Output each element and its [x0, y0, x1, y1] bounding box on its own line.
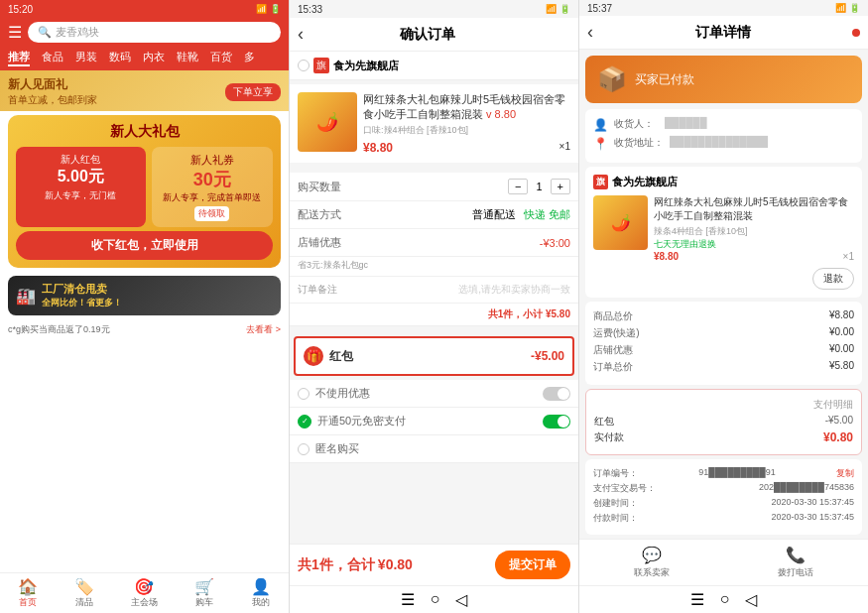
mid-nav-bar: ☰ ○ ◁ [290, 585, 578, 613]
right-item-qty: ×1 [843, 251, 854, 262]
banner-sub: 首单立减，包邮到家 [8, 93, 97, 107]
right-nav-home[interactable]: ☰ [690, 590, 704, 609]
call-button[interactable]: 📞 拨打电话 [778, 546, 813, 579]
mid-nav-back[interactable]: ○ [431, 590, 440, 609]
coins-toggle[interactable] [543, 415, 570, 429]
qty-label: 购买数量 [298, 180, 341, 194]
qty-plus[interactable]: + [551, 179, 570, 194]
refund-button-wrap: 退款 [593, 268, 854, 290]
nav-item-men[interactable]: 男装 [75, 50, 97, 66]
right-coupon-label: 红包 [594, 415, 614, 429]
menu-icon[interactable]: ☰ [8, 23, 22, 42]
bottom-item-cart[interactable]: 🛒 购车 [194, 577, 214, 609]
no-discount-label: 不使用优惠 [315, 386, 370, 401]
create-time-val: 2020-03-30 15:37:45 [771, 497, 854, 510]
pay-time-val: 2020-03-30 15:37:45 [771, 512, 854, 525]
actual-label: 实付款 [594, 430, 624, 444]
delivery-row: 配送方式 普通配送 快递 免邮 [290, 201, 578, 229]
mid-back-button[interactable]: ‹ [298, 24, 304, 45]
left-search-bar: ☰ 🔍 麦香鸡块 [0, 18, 289, 47]
gift-title: 新人大礼包 [16, 123, 273, 141]
goto-link[interactable]: 去看看 > [246, 323, 281, 336]
price-row-4: 订单总价 ¥5.80 [593, 360, 854, 374]
profile-icon: 👤 [251, 577, 271, 596]
bottom-item-home[interactable]: 🏠 首页 [18, 577, 38, 609]
gift-row: 新人红包 5.00元 新人专享，无门槛 新人礼券 30元 新人专享，完成首单即送… [16, 147, 273, 227]
mid-nav-home[interactable]: ☰ [401, 590, 415, 609]
item-tags: 口味:辣4种组合 [香辣10包] [363, 124, 570, 137]
right-bottom-bar: 💬 联系卖家 📞 拨打电话 [579, 539, 868, 585]
actual-val: ¥0.80 [823, 430, 853, 444]
item-name: 网红辣条大礼包麻辣儿时5毛钱校园宿舍零食小吃手工自制整箱混装 [363, 93, 565, 120]
nav-item-more[interactable]: 多 [244, 50, 255, 66]
nav-item-digital[interactable]: 数码 [109, 50, 131, 66]
item-thumbnail: 🌶️ [298, 92, 357, 152]
right-panel: 15:37 📶🔋 ‹ 订单详情 📦 买家已付款 👤 收货人： ██████ 📍 … [579, 0, 868, 613]
bottom-item-profile[interactable]: 👤 我的 [251, 577, 271, 609]
left-status-icons: 📶 🔋 [256, 4, 281, 14]
bottom-item-deals[interactable]: 🏷️ 清品 [74, 577, 94, 609]
person-icon: 👤 [593, 118, 608, 132]
shop-tag-icon: 旗 [313, 58, 329, 73]
mid-shop-header: 旗 食为先旗舰店 [290, 52, 578, 80]
trade-no-val: 202████████745836 [759, 482, 854, 495]
submit-order-button[interactable]: 提交订单 [495, 551, 570, 579]
coupon-section[interactable]: 🎁 红包 -¥5.00 [294, 336, 574, 376]
item-price: ¥8.80 [363, 141, 393, 155]
note-placeholder[interactable]: 选填,请先和卖家协商一致 [458, 283, 570, 297]
no-discount-toggle[interactable] [543, 387, 570, 401]
search-text: 麦香鸡块 [56, 25, 99, 40]
receiver-label: 收货人： [614, 117, 659, 131]
left-bottom-bar: 🏠 首页 🏷️ 清品 🎯 主会场 🛒 购车 👤 我的 [0, 572, 289, 613]
nav-item-food[interactable]: 食品 [42, 50, 63, 66]
right-nav-bar: ☰ ○ ◁ [579, 585, 868, 613]
right-nav-recent[interactable]: ◁ [745, 590, 757, 609]
right-status-bar: 15:37 📶🔋 [579, 0, 868, 16]
anon-row: 匿名购买 [290, 435, 578, 463]
contact-seller-button[interactable]: 💬 联系卖家 [634, 546, 670, 579]
price-val-4: ¥5.80 [829, 360, 854, 374]
right-back-button[interactable]: ‹ [587, 22, 593, 43]
search-box[interactable]: 🔍 麦香鸡块 [28, 22, 281, 43]
coupon-amount: 5.00元 [58, 167, 104, 187]
voucher-amount: 30元 [193, 168, 231, 191]
nav-item-underwear[interactable]: 内衣 [143, 50, 165, 66]
order-no-label: 订单编号： [593, 467, 638, 480]
receiver-row: 👤 收货人： ██████ [593, 117, 854, 132]
coins-text: c*g购买当商品返了0.19元 [8, 323, 110, 336]
delivery-label: 配送方式 [298, 207, 341, 222]
qty-row: 购买数量 − 1 + [290, 173, 578, 201]
coins-checkbox[interactable] [298, 415, 311, 429]
price-val-2: ¥0.00 [829, 326, 854, 340]
nav-item-dept[interactable]: 百货 [210, 50, 232, 66]
gift-card-voucher[interactable]: 新人礼券 30元 新人专享，完成首单即送 待领取 [152, 147, 274, 227]
promo-icon: 🏭 [16, 287, 36, 306]
right-shop-section: 旗 食为先旗舰店 🌶️ 网红辣条大礼包麻辣儿时5毛钱校园宿舍零食小吃手工自制整箱… [585, 167, 862, 298]
banner-button[interactable]: 下单立享 [225, 83, 281, 101]
promo-label: 工厂清仓甩卖 [42, 282, 122, 297]
no-discount-checkbox[interactable] [298, 388, 310, 400]
bottom-item-main[interactable]: 🎯 主会场 [131, 577, 158, 609]
right-nav-back[interactable]: ○ [720, 590, 730, 609]
copy-button[interactable]: 复制 [836, 467, 854, 480]
gift-card-coupon[interactable]: 新人红包 5.00元 新人专享，无门槛 [16, 147, 146, 227]
call-label: 拨打电话 [778, 566, 813, 579]
note-row: 订单备注 选填,请先和卖家协商一致 [290, 277, 578, 304]
right-item-price: ¥8.80 [654, 251, 679, 262]
right-item-name: 网红辣条大礼包麻辣儿时5毛钱校园宿舍零食小吃手工自制整箱混装 [654, 195, 854, 223]
coupon-desc: 新人专享，无门槛 [45, 189, 116, 202]
refund-button[interactable]: 退款 [812, 268, 854, 290]
right-order-item: 🌶️ 网红辣条大礼包麻辣儿时5毛钱校园宿舍零食小吃手工自制整箱混装 辣条4种组合… [593, 195, 854, 262]
qty-minus[interactable]: − [508, 179, 528, 194]
order-info-section: 订单编号： 91█████████91 复制 支付宝交易号： 202██████… [585, 459, 862, 535]
deals-icon: 🏷️ [74, 577, 94, 596]
mid-nav-recent[interactable]: ◁ [455, 590, 467, 609]
section-gap-2 [290, 326, 578, 332]
collect-button[interactable]: 收下红包，立即使用 [16, 231, 273, 260]
nav-item-recommend[interactable]: 推荐 [8, 50, 30, 66]
right-shop-name: 食为先旗舰店 [612, 175, 678, 189]
shop-checkbox[interactable] [298, 60, 310, 71]
anon-checkbox[interactable] [298, 443, 310, 455]
price-label-3: 店铺优惠 [593, 343, 633, 357]
nav-item-shoes[interactable]: 鞋靴 [177, 50, 198, 66]
